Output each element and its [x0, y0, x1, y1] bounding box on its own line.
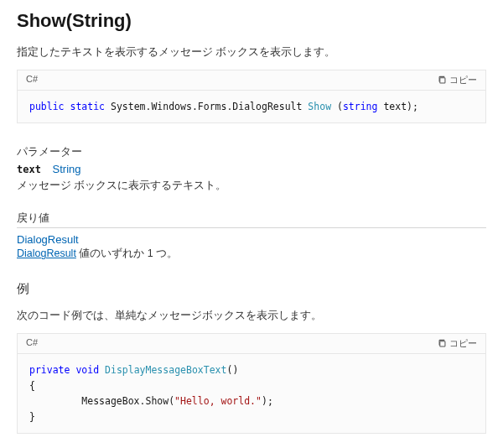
copy-icon — [438, 76, 447, 85]
code-block-signature: C# コピー public static System.Windows.Form… — [17, 70, 486, 123]
code-lang: C# — [18, 70, 46, 90]
code-lang: C# — [18, 334, 46, 353]
return-heading: 戻り値 — [17, 211, 486, 228]
svg-rect-1 — [440, 341, 445, 346]
svg-rect-0 — [440, 78, 445, 83]
page-title: Show(String) — [17, 10, 486, 32]
return-desc: DialogResult 値のいずれか 1 つ。 — [17, 247, 486, 261]
example-desc: 次のコード例では、単純なメッセージボックスを表示します。 — [17, 309, 486, 323]
param-name: text — [17, 164, 41, 175]
copy-button[interactable]: コピー — [429, 70, 485, 90]
code-block-example: C# コピー private void DisplayMessageBoxTex… — [17, 333, 486, 434]
code-content: public static System.Windows.Forms.Dialo… — [18, 91, 485, 122]
example-heading: 例 — [17, 281, 486, 297]
code-content: private void DisplayMessageBoxText() { M… — [18, 354, 485, 433]
param-type-link[interactable]: String — [53, 163, 81, 175]
return-desc-link[interactable]: DialogResult — [17, 247, 76, 259]
param-desc: メッセージ ボックスに表示するテキスト。 — [17, 179, 486, 193]
summary: 指定したテキストを表示するメッセージ ボックスを表示します。 — [17, 45, 486, 60]
return-type-link[interactable]: DialogResult — [17, 233, 79, 246]
params-heading: パラメーター — [17, 145, 486, 159]
copy-button[interactable]: コピー — [429, 334, 485, 353]
copy-icon — [438, 339, 447, 348]
